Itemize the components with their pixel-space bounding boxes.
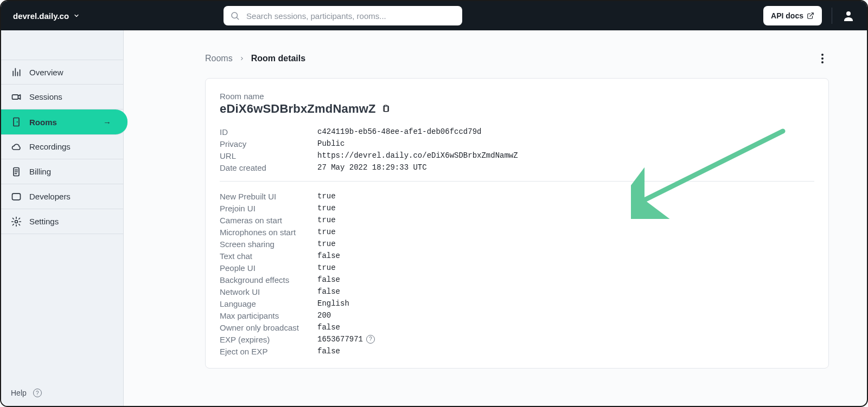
sidebar-item-label: Sessions — [29, 92, 62, 101]
field-label: Prejoin UI — [220, 204, 317, 213]
receipt-icon — [11, 166, 22, 177]
sidebar-item-label: Billing — [29, 167, 51, 176]
sidebar-item-sessions[interactable]: Sessions — [1, 85, 123, 109]
divider — [220, 181, 814, 182]
gear-icon — [11, 216, 22, 227]
field-row: Text chatfalse — [220, 250, 814, 262]
main-content: Rooms Room details Room name eDiX6wSDBrb… — [124, 30, 867, 406]
field-label: Max participants — [220, 311, 317, 320]
field-row: Network UIfalse — [220, 286, 814, 298]
field-label: Cameras on start — [220, 216, 317, 225]
svg-rect-3 — [14, 118, 19, 126]
help-label: Help — [11, 389, 27, 397]
sidebar-item-label: Rooms — [29, 118, 57, 127]
field-value: true — [317, 192, 336, 201]
sidebar-item-settings[interactable]: Settings — [1, 209, 123, 234]
sidebar-item-recordings[interactable]: Recordings — [1, 134, 123, 159]
external-link-icon — [807, 12, 814, 20]
search-input[interactable] — [245, 11, 456, 21]
chevron-down-icon — [73, 12, 80, 19]
field-label: Microphones on start — [220, 228, 317, 237]
app-header: devrel.daily.co API docs — [1, 1, 867, 30]
sidebar-item-overview[interactable]: Overview — [1, 60, 123, 85]
field-label: Screen sharing — [220, 240, 317, 249]
room-name: eDiX6wSDBrbxZmdNamwZ — [220, 102, 376, 116]
field-row: New Prebuilt UItrue — [220, 190, 814, 202]
field-row: Screen sharingtrue — [220, 238, 814, 250]
field-row: People UItrue — [220, 262, 814, 274]
svg-rect-2 — [12, 94, 18, 99]
field-value: 200 — [317, 311, 331, 320]
svg-rect-6 — [12, 193, 21, 200]
field-value: c424119b-eb56-48ee-afe1-deb06fccd79d — [317, 127, 481, 136]
door-icon — [11, 117, 22, 127]
field-value: https://devrel.daily.co/eDiX6wSDBrbxZmdN… — [317, 151, 518, 160]
sidebar-item-developers[interactable]: Developers — [1, 184, 123, 209]
clipboard-icon[interactable] — [381, 105, 390, 113]
field-value: true — [317, 228, 336, 236]
sidebar-item-label: Overview — [29, 68, 63, 77]
field-value: false — [317, 287, 340, 296]
global-search[interactable] — [224, 6, 462, 25]
window-icon — [11, 191, 22, 202]
svg-point-8 — [15, 220, 18, 223]
field-label: Language — [220, 299, 317, 308]
field-row: Cameras on starttrue — [220, 214, 814, 226]
divider — [832, 8, 832, 24]
field-label: Date created — [220, 163, 317, 172]
sidebar-item-label: Developers — [29, 192, 71, 201]
field-value: false — [317, 347, 340, 356]
breadcrumb-current: Room details — [251, 54, 305, 63]
svg-point-1 — [846, 11, 851, 16]
field-row: URLhttps://devrel.daily.co/eDiX6wSDBrbxZ… — [220, 150, 814, 161]
field-value: true — [317, 216, 336, 224]
search-icon — [230, 11, 240, 21]
breadcrumb-root[interactable]: Rooms — [205, 54, 233, 63]
room-details-card: Room name eDiX6wSDBrbxZmdNamwZ IDc424119… — [205, 78, 829, 369]
cloud-icon — [11, 141, 22, 152]
help-icon: ? — [33, 389, 42, 397]
field-row: IDc424119b-eb56-48ee-afe1-deb06fccd79d — [220, 126, 814, 138]
field-value: true — [317, 204, 336, 212]
breadcrumb: Rooms Room details — [205, 54, 305, 63]
field-row: Date created27 May 2022 18:29:33 UTC — [220, 161, 814, 173]
field-value: true — [317, 240, 336, 248]
sidebar-item-billing[interactable]: Billing — [1, 159, 123, 184]
field-label: EXP (expires) — [220, 335, 317, 344]
field-row: PrivacyPublic — [220, 138, 814, 150]
field-row: Background effectsfalse — [220, 274, 814, 286]
field-label: Owner only broadcast — [220, 323, 317, 332]
field-row: Microphones on starttrue — [220, 226, 814, 238]
video-icon — [11, 92, 22, 102]
field-row: Max participants200 — [220, 309, 814, 321]
help-link[interactable]: Help ? — [1, 380, 123, 406]
field-label: URL — [220, 151, 317, 160]
field-row: Eject on EXPfalse — [220, 345, 814, 357]
sidebar-item-rooms[interactable]: Rooms→ — [1, 109, 127, 134]
sidebar: OverviewSessionsRooms→RecordingsBillingD… — [1, 30, 124, 406]
help-icon[interactable]: ? — [366, 335, 375, 344]
api-docs-button[interactable]: API docs — [763, 6, 822, 25]
svg-point-0 — [232, 12, 238, 18]
field-value: true — [317, 263, 336, 272]
svg-rect-11 — [385, 105, 387, 106]
field-value: false — [317, 275, 340, 284]
field-label: People UI — [220, 263, 317, 273]
user-menu[interactable] — [842, 9, 855, 22]
more-actions-menu[interactable] — [816, 52, 829, 65]
sidebar-item-label: Recordings — [29, 142, 71, 151]
domain-name: devrel.daily.co — [13, 11, 69, 21]
chevron-right-icon — [239, 56, 245, 61]
field-label: Network UI — [220, 287, 317, 296]
bars-icon — [11, 67, 22, 77]
api-docs-label: API docs — [771, 11, 803, 20]
field-label: Text chat — [220, 251, 317, 261]
sidebar-item-label: Settings — [29, 217, 59, 226]
field-value: false — [317, 251, 340, 260]
domain-selector[interactable]: devrel.daily.co — [13, 11, 80, 21]
field-value: false — [317, 323, 340, 332]
field-row: LanguageEnglish — [220, 298, 814, 309]
field-label: Eject on EXP — [220, 347, 317, 356]
field-label: Privacy — [220, 139, 317, 148]
field-label: ID — [220, 127, 317, 137]
